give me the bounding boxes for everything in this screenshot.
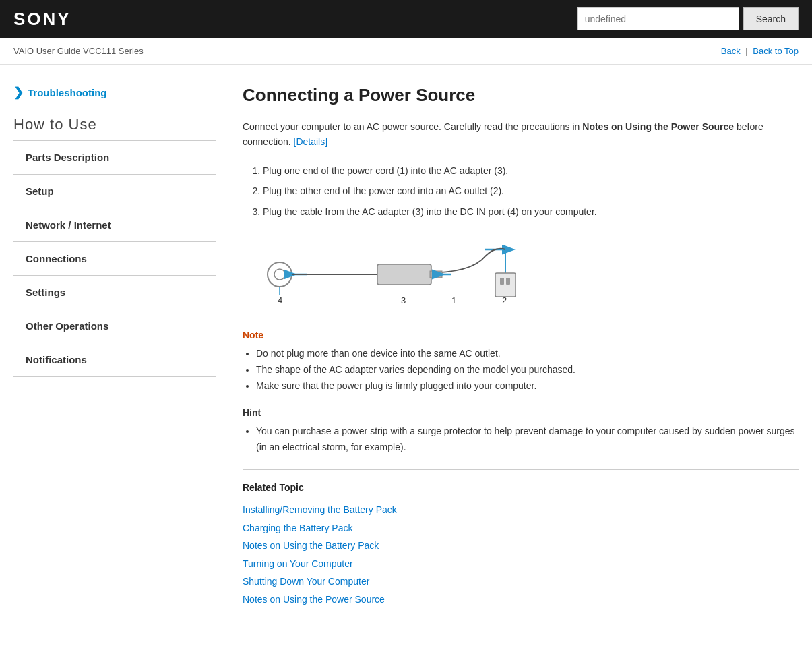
search-area: Search: [577, 7, 799, 30]
how-to-use-heading: How to Use: [13, 116, 216, 134]
sidebar-item-notifications[interactable]: Notifications: [13, 343, 216, 377]
svg-text:1: 1: [451, 295, 456, 305]
svg-rect-6: [430, 271, 442, 278]
intro-text-before: Connect your computer to an AC power sou…: [243, 121, 582, 132]
chevron-right-icon: ❯: [13, 85, 24, 100]
note-label: Note: [243, 330, 799, 341]
sidebar: ❯ Troubleshooting How to Use Parts Descr…: [13, 78, 216, 627]
note-section: Note Do not plug more than one device in…: [243, 330, 799, 394]
related-link-4[interactable]: Turning on Your Computer: [243, 555, 799, 573]
svg-text:3: 3: [401, 295, 406, 305]
related-link-5[interactable]: Shutting Down Your Computer: [243, 572, 799, 591]
content-area: Connecting a Power Source Connect your c…: [229, 78, 799, 627]
svg-rect-3: [500, 278, 504, 285]
sidebar-item-connections[interactable]: Connections: [13, 241, 216, 275]
troubleshooting-label: Troubleshooting: [28, 87, 107, 98]
note-item-3: Make sure that the power plug is firmly …: [256, 378, 799, 394]
intro-bold-text: Notes on Using the Power Source: [582, 121, 734, 132]
hint-list: You can purchase a power strip with a su…: [256, 423, 799, 456]
sidebar-item-setup[interactable]: Setup: [13, 174, 216, 208]
search-input[interactable]: [577, 7, 739, 30]
hint-section: Hint You can purchase a power strip with…: [243, 407, 799, 456]
related-link-1[interactable]: Installing/Removing the Battery Pack: [243, 501, 799, 519]
breadcrumb-bar: VAIO User Guide VCC111 Series Back | Bac…: [0, 38, 812, 65]
related-topic-label: Related Topic: [243, 482, 799, 493]
breadcrumb-text: VAIO User Guide VCC111 Series: [13, 46, 144, 56]
back-to-top-link[interactable]: Back to Top: [753, 46, 799, 56]
footer: © 2011 Sony Corporation: [0, 641, 812, 651]
nav-separator: |: [745, 46, 747, 56]
power-diagram: 4 3 1 2: [243, 233, 799, 314]
hint-item-1: You can purchase a power strip with a su…: [256, 423, 799, 456]
note-item-2: The shape of the AC adapter varies depen…: [256, 362, 799, 378]
sidebar-item-network-internet[interactable]: Network / Internet: [13, 208, 216, 241]
sony-logo: SONY: [13, 9, 71, 30]
header: SONY Search: [0, 0, 812, 38]
svg-point-9: [274, 269, 285, 280]
svg-text:2: 2: [502, 295, 507, 305]
step-2: Plug the other end of the power cord int…: [263, 183, 799, 198]
power-diagram-svg: 4 3 1 2: [243, 233, 526, 314]
step-3: Plug the cable from the AC adapter (3) i…: [263, 204, 799, 219]
sidebar-item-parts-description[interactable]: Parts Description: [13, 140, 216, 174]
related-link-6[interactable]: Notes on Using the Power Source: [243, 591, 799, 609]
note-list: Do not plug more than one device into th…: [256, 346, 799, 394]
step-1: Plug one end of the power cord (1) into …: [263, 163, 799, 178]
nav-links: Back | Back to Top: [721, 46, 799, 56]
details-link[interactable]: [Details]: [294, 136, 328, 147]
related-topic-section: Related Topic Installing/Removing the Ba…: [243, 469, 799, 620]
related-link-2[interactable]: Charging the Battery Pack: [243, 519, 799, 537]
sidebar-item-other-operations[interactable]: Other Operations: [13, 309, 216, 343]
related-link-3[interactable]: Notes on Using the Battery Pack: [243, 537, 799, 555]
svg-rect-2: [495, 273, 516, 297]
intro-paragraph: Connect your computer to an AC power sou…: [243, 119, 799, 150]
svg-point-8: [268, 262, 292, 287]
hint-label: Hint: [243, 407, 799, 418]
back-link[interactable]: Back: [721, 46, 741, 56]
main-container: ❯ Troubleshooting How to Use Parts Descr…: [0, 65, 812, 641]
steps-list: Plug one end of the power cord (1) into …: [263, 163, 799, 219]
svg-text:4: 4: [278, 295, 282, 305]
svg-rect-4: [506, 278, 510, 285]
troubleshooting-link[interactable]: ❯ Troubleshooting: [13, 85, 216, 100]
related-bottom-divider: [243, 620, 799, 620]
sidebar-item-settings[interactable]: Settings: [13, 275, 216, 309]
search-button[interactable]: Search: [743, 7, 799, 30]
note-item-1: Do not plug more than one device into th…: [256, 346, 799, 362]
page-title: Connecting a Power Source: [243, 85, 799, 106]
svg-rect-5: [377, 264, 431, 285]
